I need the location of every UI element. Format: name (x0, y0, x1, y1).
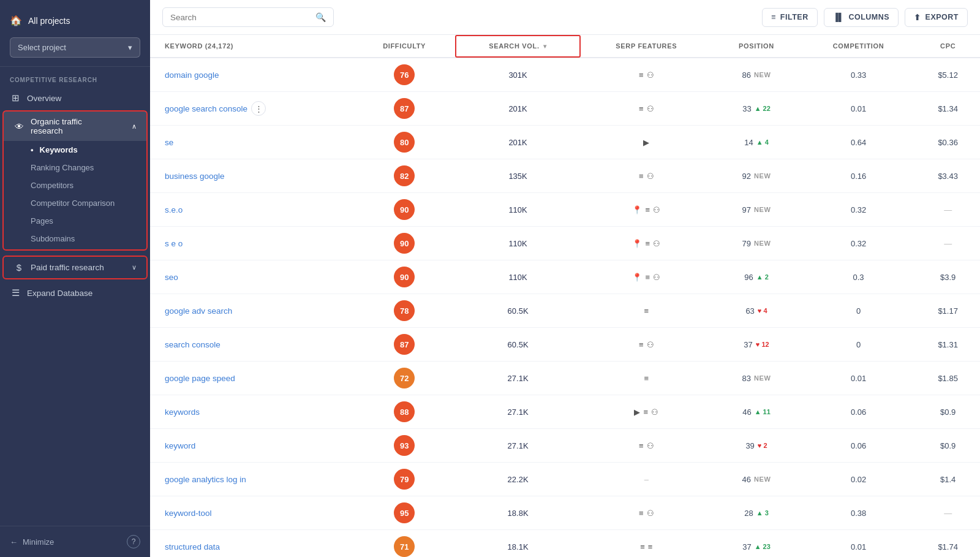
search-vol-cell: 27.1K (455, 395, 581, 429)
serp-share-icon: ⚇ (647, 441, 654, 450)
serp-pin-icon: 📍 (632, 205, 642, 214)
serp-icons-group: ≡⚇ (590, 172, 702, 181)
competition-value: 0.32 (851, 205, 866, 214)
search-vol-value: 22.2K (508, 475, 529, 484)
sidebar-top: 🏠 All projects Select project ▾ (0, 0, 150, 67)
col-cpc: CPC (916, 35, 980, 58)
keyword-link[interactable]: structured data (165, 542, 220, 551)
pos-down-label: ♥ 12 (756, 341, 769, 348)
search-vol-cell: 18.1K (455, 530, 581, 558)
position-cell: 37 ♥ 12 (722, 340, 791, 349)
keyword-link[interactable]: keyword-tool (165, 509, 212, 518)
competition-cell: 0.32 (801, 227, 916, 260)
difficulty-badge: 80 (394, 132, 415, 153)
sidebar-sub-competitors[interactable]: Competitors (31, 176, 146, 194)
sidebar-item-organic-traffic[interactable]: 👁 Organic trafficresearch ∧ (4, 112, 146, 141)
position-td: 97 NEW (712, 193, 801, 227)
difficulty-badge: 93 (394, 435, 415, 456)
project-select-dropdown[interactable]: Select project ▾ (10, 37, 140, 58)
minimize-button[interactable]: ← Minimize (10, 537, 54, 547)
position-value: 39 (745, 441, 754, 450)
cpc-cell: $1.31 (916, 328, 980, 362)
search-box[interactable]: 🔍 (162, 7, 334, 27)
keyword-link[interactable]: se (165, 138, 173, 147)
sidebar-sub-ranking-changes[interactable]: Ranking Changes (31, 159, 146, 176)
keyword-link[interactable]: s e o (165, 239, 183, 248)
export-button[interactable]: ⬆ EXPORT (905, 8, 968, 27)
difficulty-cell: 95 (354, 496, 455, 530)
serp-list-icon: ≡ (644, 374, 649, 383)
sidebar-sub-competitor-comparison[interactable]: Competitor Comparison (31, 194, 146, 212)
sidebar-sub-subdomains[interactable]: Subdomains (31, 230, 146, 249)
search-vol-cell: 110K (455, 193, 581, 227)
keyword-link[interactable]: s.e.o (165, 205, 183, 214)
sidebar-sub-pages[interactable]: Pages (31, 212, 146, 230)
position-value: 79 (742, 239, 751, 248)
keyword-link[interactable]: search console (165, 340, 221, 349)
serp-cell: 📍≡⚇ (581, 193, 712, 227)
keyword-link[interactable]: domain google (165, 70, 219, 80)
difficulty-cell: 72 (354, 362, 455, 395)
row-more-button[interactable]: ⋮ (251, 101, 266, 116)
col-competition: COMPETITION (801, 35, 916, 58)
competition-value: 0.33 (851, 70, 866, 80)
difficulty-badge: 72 (394, 368, 415, 388)
keyword-link[interactable]: google search console (165, 104, 247, 113)
pos-up-label: ▲ 4 (756, 138, 769, 146)
sidebar: 🏠 All projects Select project ▾ COMPETIT… (0, 0, 150, 557)
col-keyword: KEYWORD (24,172) (150, 35, 354, 58)
position-value: 37 (742, 542, 751, 551)
keyword-link[interactable]: google adv search (165, 306, 232, 316)
keyword-cell: keywords (150, 395, 354, 429)
keyword-link[interactable]: google page speed (165, 374, 235, 383)
dollar-icon: $ (13, 262, 24, 273)
keyword-link[interactable]: keywords (165, 407, 200, 417)
serp-cell: ≡⚇ (581, 496, 712, 530)
keyword-cell: google analytics log in (150, 463, 354, 496)
serp-icons-group: ≡ (590, 306, 702, 316)
columns-button[interactable]: ▐▌ COLUMNS (824, 8, 899, 27)
position-cell: 14 ▲ 4 (722, 138, 791, 147)
serp-list-icon: ≡ (648, 542, 653, 551)
col-search-vol[interactable]: SEARCH VOL. ▾ (455, 35, 581, 58)
difficulty-cell: 76 (354, 58, 455, 92)
table-row: google search console⋮ 87 201K ≡⚇ 33 ▲ 2… (150, 92, 980, 126)
all-projects-link[interactable]: 🏠 All projects (10, 11, 140, 30)
sidebar-sub-keywords[interactable]: Keywords (31, 141, 146, 159)
keyword-link[interactable]: keyword (165, 441, 195, 450)
position-value: 28 (744, 509, 753, 518)
difficulty-cell: 82 (354, 159, 455, 193)
serp-share-icon: ⚇ (647, 70, 654, 80)
sidebar-item-paid-traffic[interactable]: $ Paid traffic research ∨ (4, 257, 146, 278)
cpc-cell: $1.85 (916, 362, 980, 395)
serp-icons-group: ≡⚇ (590, 104, 702, 113)
filter-icon: ≡ (771, 13, 776, 21)
pos-up-label: ▲ 3 (756, 509, 769, 517)
columns-icon: ▐▌ (833, 13, 845, 21)
position-td: 46 ▲ 11 (712, 395, 801, 429)
sidebar-item-overview[interactable]: ⊞ Overview (0, 87, 150, 109)
difficulty-cell: 90 (354, 227, 455, 260)
serp-cell: ≡ (581, 294, 712, 328)
keyword-link[interactable]: seo (165, 273, 178, 282)
keyword-cell: domain google (150, 58, 354, 92)
table-row: keywords 88 27.1K ▶≡⚇ 46 ▲ 11 0.06 $0.9 (150, 395, 980, 429)
filter-button[interactable]: ≡ FILTER (762, 8, 818, 27)
serp-list-icon: ≡ (639, 104, 644, 113)
help-icon[interactable]: ? (127, 535, 140, 548)
cpc-value: $5.12 (938, 70, 958, 80)
keyword-link[interactable]: google analytics log in (165, 475, 246, 484)
cpc-cell: — (916, 496, 980, 530)
position-td: 92 NEW (712, 159, 801, 193)
keyword-link[interactable]: business google (165, 172, 225, 181)
sidebar-item-expand-db[interactable]: ☰ Expand Database (0, 282, 150, 304)
search-vol-value: 301K (508, 70, 527, 80)
search-input[interactable] (170, 13, 311, 22)
competition-cell: 0.02 (801, 463, 916, 496)
cpc-cell: $1.34 (916, 92, 980, 126)
position-td: 37 ▲ 23 (712, 530, 801, 558)
keyword-cell: google search console⋮ (150, 92, 354, 126)
pos-new-label: NEW (754, 172, 771, 180)
keyword-cell: search console (150, 328, 354, 362)
search-vol-cell: 27.1K (455, 362, 581, 395)
